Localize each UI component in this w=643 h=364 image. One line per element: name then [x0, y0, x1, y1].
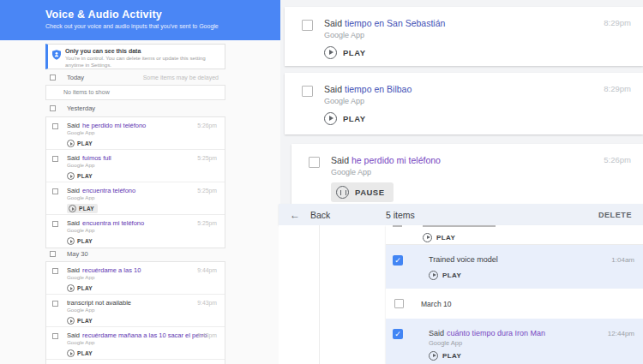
notice-title: Only you can see this data	[65, 48, 219, 54]
selected-activity-row[interactable]: Trained voice model PLAY 1:04am	[386, 245, 643, 289]
play-icon	[67, 237, 75, 245]
play-button[interactable]: PLAY	[324, 112, 365, 125]
row-title: Saidhe perdido mi teléfono	[331, 155, 631, 165]
play-label: PLAY	[77, 238, 93, 244]
row-checkbox[interactable]	[302, 20, 313, 31]
play-label: PLAY	[77, 318, 93, 324]
row-title: Saidfuimos full	[67, 154, 218, 162]
activity-row[interactable]: Saidrecuérdame mañana a las 10 sacar el …	[46, 327, 225, 360]
empty-state-text: No items to show	[63, 89, 110, 95]
row-checkbox[interactable]	[52, 188, 58, 194]
said-prefix: Said	[429, 329, 444, 337]
checked-checkbox[interactable]	[393, 329, 403, 339]
play-button[interactable]: PLAY	[67, 349, 93, 357]
row-title: Saidtiempo en San Sebastián	[324, 18, 631, 28]
row-title: Saidencuentra mi teléfono	[67, 219, 218, 227]
selection-list-card: PLAY Trained voice model PLAY 1:04am Mar…	[386, 225, 643, 364]
play-icon	[69, 205, 76, 212]
app-label: Google App	[67, 227, 218, 233]
query-text: fuimos full	[82, 154, 111, 162]
pause-icon	[336, 186, 349, 199]
play-button[interactable]: PLAY	[67, 284, 93, 292]
date-label: March 10	[421, 300, 451, 308]
row-body: Saidfuimos full Google App PLAY	[67, 154, 218, 182]
activity-row[interactable]: Saidrecuérdame a las 10 Google App PLAY …	[46, 262, 225, 295]
delay-note: Some items may be delayed	[143, 75, 219, 81]
back-button[interactable]: ← Back	[290, 209, 330, 221]
play-label: PLAY	[79, 206, 94, 212]
card-row: Saidhe perdido mi teléfono Google App PA…	[291, 144, 643, 204]
timestamp: 1:04am	[611, 256, 634, 264]
activity-row-clipped[interactable]: Saidrecuérdame mañana a las 10 sacar el …	[46, 360, 225, 364]
row-body: Saidencuentra mi teléfono Google App PLA…	[67, 219, 218, 248]
date-label: Yesterday	[67, 104, 95, 112]
group-checkbox[interactable]	[394, 299, 404, 308]
activity-card[interactable]: Saidtiempo en San Sebastián Google App P…	[285, 7, 643, 66]
row-checkbox[interactable]	[52, 123, 58, 129]
empty-state-card: No items to show	[45, 85, 225, 100]
said-prefix: Said	[331, 155, 349, 165]
play-icon	[423, 233, 432, 242]
row-body: Saidencuentra teléfono Google App PLAY	[67, 187, 218, 214]
selected-activity-row[interactable]: Saidcuánto tiempo dura Iron Man Google A…	[386, 319, 643, 364]
row-body: Saidrecuérdame mañana a las 10 sacar el …	[67, 331, 218, 359]
play-label: PLAY	[77, 350, 93, 356]
activity-row[interactable]: Saidfuimos full Google App PLAY 5:25pm	[46, 150, 225, 182]
activity-group-yesterday: Saidhe perdido mi teléfono Google App PL…	[45, 116, 225, 248]
lower-left-background	[279, 225, 386, 364]
timestamp: 5:25pm	[197, 155, 217, 161]
delete-button[interactable]: DELETE	[598, 211, 632, 219]
row-body: Saidhe perdido mi teléfono Google App PA…	[331, 155, 631, 204]
activity-row[interactable]: Saidencuentra teléfono Google App PLAY 5…	[46, 182, 225, 215]
play-icon	[67, 349, 75, 357]
row-checkbox[interactable]	[52, 268, 58, 274]
play-button[interactable]: PLAY	[324, 46, 365, 59]
row-checkbox[interactable]	[52, 301, 58, 307]
play-button[interactable]: PLAY	[67, 317, 93, 325]
activity-row[interactable]: transcript not available Google App PLAY…	[46, 295, 225, 327]
row-checkbox[interactable]	[302, 86, 313, 97]
query-text: he perdido mi teléfono	[352, 155, 441, 165]
row-title: Saidrecuérdame mañana a las 10 sacar el …	[67, 331, 218, 339]
play-label: PLAY	[77, 140, 93, 146]
play-button[interactable]: PLAY	[67, 140, 93, 147]
activity-row[interactable]: Saidencuentra mi teléfono Google App PLA…	[46, 215, 225, 248]
said-prefix: Said	[67, 331, 80, 339]
play-button[interactable]: PLAY	[67, 172, 93, 180]
row-title: transcript not available	[67, 299, 218, 307]
checked-checkbox[interactable]	[393, 255, 403, 266]
activity-card[interactable]: Saidtiempo en Bilbao Google App PLAY 8:2…	[285, 73, 643, 134]
page-title: Voice & Audio Activity	[45, 9, 272, 21]
clipped-activity-row[interactable]: PLAY	[386, 225, 643, 245]
group-checkbox[interactable]	[50, 105, 56, 111]
row-checkbox[interactable]	[309, 157, 320, 168]
play-icon	[429, 271, 438, 280]
privacy-notice: Only you can see this data You're in con…	[45, 44, 225, 69]
play-icon	[67, 140, 75, 147]
said-prefix: Said	[67, 266, 80, 274]
row-checkbox[interactable]	[52, 221, 58, 227]
pause-button[interactable]: PAUSE	[331, 182, 394, 202]
app-label: Google App	[67, 129, 218, 135]
play-button[interactable]: PLAY	[423, 233, 455, 242]
play-button[interactable]: PLAY	[429, 271, 461, 280]
said-prefix: Said	[67, 154, 80, 162]
notice-body: You're in control. You can delete items …	[65, 55, 219, 69]
app-label: Google App	[324, 31, 631, 39]
play-button[interactable]: PLAY	[67, 237, 93, 245]
query-text: tiempo en Bilbao	[345, 84, 412, 94]
activity-row[interactable]: Saidhe perdido mi teléfono Google App PL…	[46, 117, 225, 150]
play-button[interactable]: PLAY	[67, 204, 98, 213]
query-text: encuentra teléfono	[82, 187, 135, 194]
group-checkbox[interactable]	[50, 251, 56, 257]
group-checkbox[interactable]	[50, 75, 56, 81]
timestamp: 9:43pm	[197, 300, 217, 306]
play-button[interactable]: PLAY	[429, 351, 461, 361]
activity-card-playing[interactable]: Saidhe perdido mi teléfono Google App PA…	[291, 144, 643, 204]
date-label: Today	[67, 74, 84, 81]
row-checkbox[interactable]	[52, 333, 58, 339]
row-checkbox[interactable]	[52, 156, 58, 162]
app-label: Google App	[67, 274, 218, 280]
query-text: transcript not available	[67, 299, 131, 307]
timestamp: 9:43pm	[197, 332, 217, 338]
